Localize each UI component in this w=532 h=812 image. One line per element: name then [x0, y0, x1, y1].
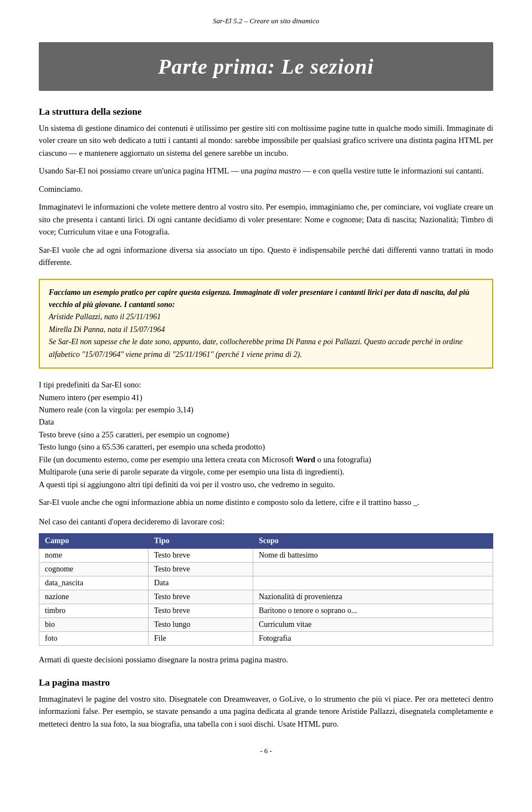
page-number: - 6 -: [260, 747, 272, 755]
table-row: data_nascitaData: [39, 576, 493, 590]
table-cell-0-1: Testo breve: [148, 549, 253, 563]
table-cell-2-0: data_nascita: [39, 576, 149, 590]
table-cell-3-0: nazione: [39, 590, 149, 604]
table-row: bioTesto lungoCurriculum vitae: [39, 618, 493, 632]
table-cell-0-0: nome: [39, 549, 149, 563]
col-header-campo: Campo: [39, 534, 149, 549]
part-title-box: Parte prima: Le sezioni: [39, 42, 493, 91]
table-cell-4-1: Testo breve: [148, 604, 253, 618]
part-title: Parte prima: Le sezioni: [50, 54, 482, 79]
table-cell-1-2: [253, 563, 493, 576]
section1-para4: Immaginatevi le informazioni che volete …: [39, 201, 493, 238]
table-cell-6-2: Fotografia: [253, 632, 493, 646]
section1-title: La struttura della sezione: [39, 106, 493, 118]
highlight-text: Facciamo un esempio pratico per capire q…: [49, 288, 469, 359]
table-cell-1-1: Testo breve: [148, 563, 253, 576]
header-title: Sar-El 5.2 – Creare un sito dinamico: [213, 17, 319, 25]
table-cell-5-2: Curriculum vitae: [253, 618, 493, 632]
table-cell-3-2: Nazionalità di provenienza: [253, 590, 493, 604]
highlight-box: Facciamo un esempio pratico per capire q…: [39, 279, 493, 369]
type-4: Testo breve (sino a 255 caratteri, per e…: [39, 428, 493, 441]
table-cell-6-1: File: [148, 632, 253, 646]
page-footer: - 6 -: [39, 747, 493, 755]
name-rule: Sar-El vuole anche che ogni informazione…: [39, 496, 493, 508]
type-8: A questi tipi si aggiungono altri tipi d…: [39, 478, 493, 491]
page-header: Sar-El 5.2 – Creare un sito dinamico: [39, 17, 493, 25]
data-table: Campo Tipo Scopo nomeTesto breveNome di …: [39, 533, 493, 646]
section2-title: La pagina mastro: [39, 677, 493, 688]
types-intro: I tipi predefiniti da Sar-El sono:: [39, 379, 493, 391]
table-cell-1-0: cognome: [39, 563, 149, 576]
table-cell-6-0: foto: [39, 632, 149, 646]
table-intro: Nel caso dei cantanti d'opera decideremo…: [39, 515, 493, 528]
table-row: nazioneTesto breveNazionalità di proveni…: [39, 590, 493, 604]
section1-para1: Un sistema di gestione dinamico dei cont…: [39, 122, 493, 159]
table-cell-4-0: timbro: [39, 604, 149, 618]
type-5: Testo lungo (sino a 65.536 caratteri, pe…: [39, 441, 493, 453]
col-header-tipo: Tipo: [148, 534, 253, 549]
type-3: Data: [39, 416, 493, 428]
table-row: nomeTesto breveNome di battesimo: [39, 549, 493, 563]
table-cell-2-1: Data: [148, 576, 253, 590]
type-6: File (un documento esterno, come per ese…: [39, 453, 493, 466]
after-table-text: Armati di queste decisioni possiamo dise…: [39, 653, 493, 666]
table-cell-3-1: Testo breve: [148, 590, 253, 604]
type-1: Numero intero (per esempio 41): [39, 391, 493, 404]
table-cell-0-2: Nome di battesimo: [253, 549, 493, 563]
section1-para5: Sar-El vuole che ad ogni informazione di…: [39, 244, 493, 269]
section1-para3: Cominciamo.: [39, 183, 493, 195]
table-cell-2-2: [253, 576, 493, 590]
table-cell-4-2: Baritono o tenore o soprano o...: [253, 604, 493, 618]
page: Sar-El 5.2 – Creare un sito dinamico Par…: [0, 0, 532, 812]
table-row: cognomeTesto breve: [39, 563, 493, 576]
type-7: Multiparole (una serie di parole separat…: [39, 466, 493, 478]
types-section: I tipi predefiniti da Sar-El sono: Numer…: [39, 379, 493, 491]
table-cell-5-1: Testo lungo: [148, 618, 253, 632]
section2-paragraph: Immaginatevi le pagine del vostro sito. …: [39, 693, 493, 730]
table-cell-5-0: bio: [39, 618, 149, 632]
type-2: Numero reale (con la virgola: per esempi…: [39, 404, 493, 416]
table-row: fotoFileFotografia: [39, 632, 493, 646]
table-row: timbroTesto breveBaritono o tenore o sop…: [39, 604, 493, 618]
col-header-scopo: Scopo: [253, 534, 493, 549]
section1-para2: Usando Sar-El noi possiamo creare un'uni…: [39, 165, 493, 177]
